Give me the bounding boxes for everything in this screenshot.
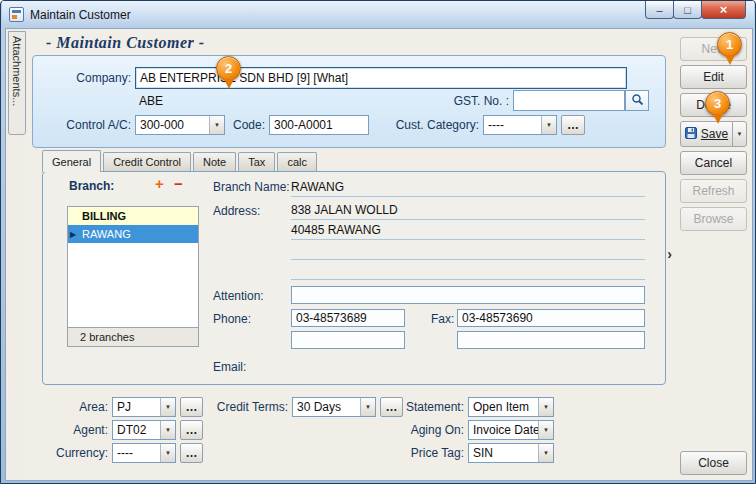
company-field[interactable]: AB ENTERPRISE SDN BHD [9] [What] — [135, 67, 627, 89]
cust-category-value: ---- — [484, 116, 541, 134]
close-icon: × — [720, 2, 728, 17]
chevron-down-icon[interactable]: ▼ — [160, 444, 175, 462]
branch-name-field[interactable]: RAWANG — [291, 177, 645, 197]
minimize-button[interactable]: – — [645, 1, 674, 19]
price-tag-dropdown[interactable]: SIN ▼ — [468, 443, 554, 463]
aging-on-dropdown[interactable]: Invoice Date ▼ — [468, 420, 554, 440]
callout-marker-2: 2 — [216, 56, 241, 81]
phone-label: Phone: — [213, 312, 251, 326]
caption-buttons: – □ × — [646, 1, 746, 19]
attention-label: Attention: — [213, 289, 264, 303]
aging-on-label: Aging On: — [400, 423, 464, 437]
control-ac-value: 300-000 — [136, 116, 209, 134]
phone-field[interactable]: 03-48573689 — [291, 309, 405, 327]
branch-row-billing[interactable]: BILLING — [68, 207, 198, 225]
search-icon — [631, 93, 644, 109]
close-window-button[interactable]: × — [701, 1, 746, 19]
maximize-button[interactable]: □ — [673, 1, 702, 19]
email-label: Email: — [213, 360, 246, 374]
attention-field[interactable] — [291, 286, 645, 304]
control-ac-dropdown[interactable]: 300-000 ▼ — [135, 115, 225, 135]
cancel-button[interactable]: Cancel — [680, 151, 747, 175]
attachments-label: Attachments... — [11, 36, 23, 134]
chevron-down-icon[interactable]: ▼ — [160, 421, 175, 439]
chevron-down-icon[interactable]: ▼ — [538, 398, 553, 416]
tab-calc[interactable]: calc — [277, 152, 317, 171]
agent-dropdown[interactable]: DT02 ▼ — [112, 420, 176, 440]
callout-marker-3: 3 — [705, 91, 730, 116]
area-dropdown[interactable]: PJ ▼ — [112, 397, 176, 417]
tab-credit-control[interactable]: Credit Control — [103, 152, 191, 171]
gst-field[interactable] — [513, 90, 625, 111]
fax-label: Fax: — [431, 312, 454, 326]
chevron-down-icon[interactable]: ▼ — [160, 398, 175, 416]
branch-name-label: Branch Name: — [213, 180, 290, 194]
currency-label: Currency: — [36, 446, 108, 460]
branch-label: Branch: — [69, 179, 114, 193]
phone-2-field[interactable] — [291, 331, 405, 349]
tab-note[interactable]: Note — [193, 152, 236, 171]
close-button[interactable]: Close — [680, 451, 747, 475]
address-line-1[interactable]: 838 JALAN WOLLD — [291, 200, 645, 220]
company-abbr-field[interactable]: ABE — [139, 92, 339, 109]
agent-ellipsis-button[interactable]: … — [180, 420, 203, 440]
browse-button: Browse — [680, 207, 747, 231]
page-title: - Maintain Customer - — [46, 34, 205, 52]
chevron-down-icon[interactable]: ▼ — [538, 421, 553, 439]
address-label: Address: — [213, 204, 260, 218]
chevron-down-icon[interactable]: ▼ — [209, 116, 224, 134]
client-area: Attachments... - Maintain Customer - Com… — [5, 28, 753, 481]
fax-2-field[interactable] — [457, 331, 645, 349]
edit-button[interactable]: Edit — [680, 65, 747, 89]
code-field[interactable]: 300-A0001 — [269, 115, 369, 135]
statement-label: Statement: — [400, 400, 464, 414]
maintain-customer-window: Maintain Customer – □ × Attachments... -… — [0, 0, 756, 484]
company-panel: Company: AB ENTERPRISE SDN BHD [9] [What… — [32, 55, 666, 148]
address-line-4[interactable] — [291, 260, 645, 280]
save-disk-icon — [685, 127, 697, 142]
credit-terms-dropdown[interactable]: 30 Days ▼ — [292, 397, 376, 417]
callout-marker-1: 1 — [717, 32, 742, 57]
agent-label: Agent: — [36, 423, 108, 437]
fax-field[interactable]: 03-48573690 — [457, 309, 645, 327]
address-line-2[interactable]: 40485 RAWANG — [291, 220, 645, 240]
address-line-3[interactable] — [291, 240, 645, 260]
panel-expander[interactable]: › — [663, 241, 676, 267]
chevron-down-icon[interactable]: ▼ — [541, 116, 556, 134]
branch-list: BILLING ▶ RAWANG — [67, 206, 199, 328]
cust-category-dropdown[interactable]: ---- ▼ — [483, 115, 557, 135]
currency-dropdown[interactable]: ---- ▼ — [112, 443, 176, 463]
chevron-down-icon[interactable]: ▼ — [360, 398, 375, 416]
area-label: Area: — [36, 400, 108, 414]
chevron-down-icon[interactable]: ▼ — [538, 444, 553, 462]
save-button[interactable]: Save ▼ — [680, 121, 747, 147]
general-tab-panel: Branch: + − BILLING ▶ RAWANG 2 branches … — [42, 171, 666, 385]
save-dropdown-arrow[interactable]: ▼ — [732, 122, 746, 146]
price-tag-label: Price Tag: — [400, 446, 464, 460]
cust-category-label: Cust. Category: — [373, 118, 479, 132]
remove-branch-button[interactable]: − — [174, 175, 183, 192]
row-indicator-icon: ▶ — [70, 230, 76, 239]
attachments-strip: Attachments... — [6, 29, 27, 480]
branch-count: 2 branches — [67, 328, 199, 347]
branch-row-rawang[interactable]: ▶ RAWANG — [68, 225, 198, 243]
tab-bar: General Credit Control Note Tax calc — [42, 150, 319, 171]
statement-dropdown[interactable]: Open Item ▼ — [468, 397, 554, 417]
add-branch-button[interactable]: + — [155, 175, 164, 192]
gst-label: GST. No. : — [393, 94, 509, 108]
tab-general[interactable]: General — [42, 150, 101, 172]
attachments-tab[interactable]: Attachments... — [8, 31, 26, 135]
cust-category-ellipsis-button[interactable]: … — [561, 115, 585, 135]
credit-terms-label: Credit Terms: — [210, 400, 288, 414]
gst-search-button[interactable] — [625, 90, 649, 111]
minimize-icon: – — [656, 4, 662, 16]
area-ellipsis-button[interactable]: … — [180, 397, 203, 417]
code-label: Code: — [231, 118, 265, 132]
currency-ellipsis-button[interactable]: … — [180, 443, 203, 463]
window-title: Maintain Customer — [30, 8, 131, 22]
tab-tax[interactable]: Tax — [238, 152, 275, 171]
app-icon — [9, 7, 24, 22]
titlebar[interactable]: Maintain Customer – □ × — [2, 1, 754, 28]
refresh-button: Refresh — [680, 179, 747, 203]
control-ac-label: Control A/C: — [39, 118, 131, 132]
